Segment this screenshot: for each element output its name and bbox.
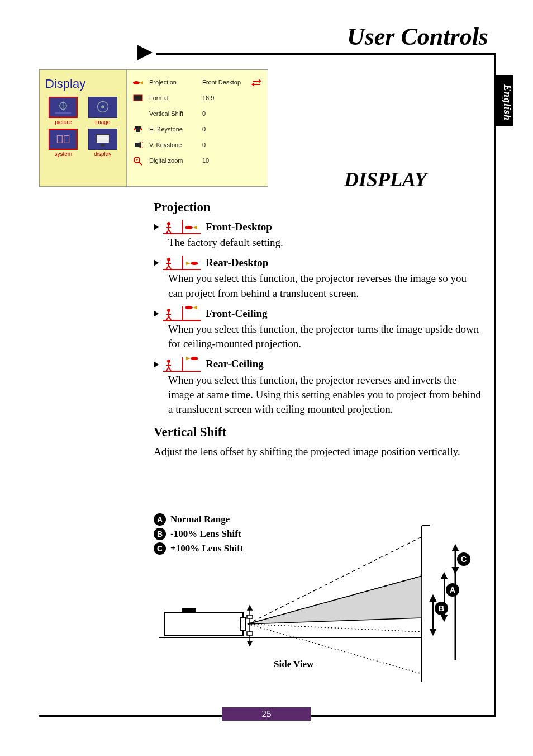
mode-label: Front-Desktop	[206, 220, 272, 234]
svg-point-33	[185, 306, 193, 309]
svg-line-52	[248, 624, 422, 632]
front-ceiling-icon	[163, 306, 201, 321]
bullet-icon	[154, 361, 159, 368]
bullet-icon	[154, 259, 159, 266]
osd-row-vkeystone[interactable]: V. Keystone 0	[132, 137, 262, 153]
bullet-icon	[154, 310, 159, 317]
lens-shift-diagram: C A B	[154, 514, 478, 693]
osd-label: V. Keystone	[149, 141, 197, 148]
svg-line-20	[169, 230, 171, 233]
osd-label: H. Keystone	[149, 126, 197, 133]
svg-rect-43	[182, 608, 196, 612]
mode-label: Front-Ceiling	[206, 306, 267, 321]
vkeystone-icon	[132, 140, 144, 150]
svg-point-5	[101, 105, 104, 108]
osd-value: 0	[202, 141, 262, 148]
osd-value: 0	[202, 110, 262, 117]
osd-value: 10	[202, 157, 262, 164]
osd-label: Digital zoom	[149, 157, 197, 164]
rear-desktop-icon	[163, 256, 201, 270]
osd-row-vshift[interactable]: Vertical Shift 0	[132, 106, 262, 121]
diagram-marker-a: A	[450, 585, 455, 594]
mode-label: Rear-Desktop	[206, 256, 268, 270]
projection-icon	[132, 77, 144, 87]
osd-panel: Display picture image system display Pro…	[39, 69, 268, 187]
header-rule	[156, 53, 496, 55]
svg-rect-9	[101, 144, 105, 147]
header-arrow-icon	[137, 45, 153, 60]
svg-point-34	[167, 360, 170, 363]
svg-rect-11	[134, 95, 142, 101]
front-desktop-icon	[163, 220, 201, 234]
mode-front-ceiling: Front-Ceiling	[154, 306, 483, 321]
svg-line-13	[139, 162, 142, 165]
page-number: 25	[222, 707, 311, 721]
page-border-right	[494, 53, 496, 717]
mode-desc: When you select this function, the proje…	[168, 322, 483, 351]
svg-point-39	[191, 357, 198, 360]
osd-nav-label: picture	[55, 119, 72, 125]
osd-nav-label: system	[54, 151, 72, 157]
zoom-icon	[132, 155, 144, 166]
mode-rear-desktop: Rear-Desktop	[154, 256, 483, 270]
svg-rect-8	[96, 134, 109, 143]
svg-rect-6	[58, 136, 63, 143]
osd-nav-display[interactable]: display	[85, 129, 121, 157]
svg-point-28	[167, 309, 170, 312]
svg-rect-7	[64, 136, 69, 143]
osd-nav-label: image	[95, 119, 110, 125]
svg-line-38	[169, 367, 171, 371]
bullet-icon	[154, 224, 159, 230]
rear-ceiling-icon	[163, 357, 201, 372]
osd-row-projection[interactable]: Projection Front Desktop	[132, 74, 262, 90]
mode-desc: When you select this function, the proje…	[168, 271, 483, 300]
osd-nav: Display picture image system display	[40, 70, 126, 186]
svg-point-16	[167, 222, 170, 225]
osd-settings-list: Projection Front Desktop Format 16:9 Ver…	[126, 70, 268, 186]
vshift-heading: Vertical Shift	[154, 423, 483, 441]
osd-row-hkeystone[interactable]: H. Keystone 0	[132, 121, 262, 137]
mode-desc: The factory default setting.	[168, 235, 483, 250]
osd-label: Vertical Shift	[149, 110, 197, 117]
format-icon	[132, 93, 144, 103]
svg-line-32	[169, 316, 171, 320]
mode-desc: When you select this function, the proje…	[168, 373, 483, 417]
svg-rect-42	[240, 618, 246, 630]
page-title: User Controls	[347, 22, 488, 51]
mode-label: Rear-Ceiling	[206, 357, 264, 371]
svg-rect-3	[55, 112, 72, 114]
svg-point-27	[191, 262, 198, 265]
vshift-desc: Adjust the lens offset by shifting the p…	[154, 445, 483, 459]
svg-point-21	[185, 226, 193, 229]
osd-nav-picture[interactable]: picture	[45, 97, 82, 125]
osd-row-zoom[interactable]: Digital zoom 10	[132, 153, 262, 168]
osd-row-format[interactable]: Format 16:9	[132, 90, 262, 106]
body-content: Projection Front-Desktop The factory def…	[154, 199, 483, 459]
diagram-marker-c: C	[461, 555, 467, 564]
vshift-icon	[132, 108, 144, 119]
osd-nav-system[interactable]: system	[45, 129, 82, 157]
diagram-label: Side View	[274, 659, 313, 670]
svg-rect-46	[247, 632, 253, 635]
svg-point-10	[133, 81, 140, 84]
projection-heading: Projection	[154, 199, 483, 216]
section-title: DISPLAY	[344, 168, 427, 191]
svg-point-22	[167, 258, 170, 261]
osd-nav-label: display	[94, 151, 111, 157]
swap-icon	[251, 77, 262, 87]
osd-title: Display	[43, 73, 123, 97]
svg-line-26	[169, 266, 171, 269]
osd-value: 0	[202, 126, 262, 133]
osd-value: Front Desktop	[202, 79, 245, 86]
mode-front-desktop: Front-Desktop	[154, 220, 483, 234]
osd-label: Format	[149, 94, 197, 101]
osd-nav-image[interactable]: image	[85, 97, 121, 125]
diagram-marker-b: B	[439, 604, 444, 613]
hkeystone-icon	[132, 124, 144, 134]
language-tab: English	[494, 75, 513, 126]
mode-rear-ceiling: Rear-Ceiling	[154, 357, 483, 371]
osd-label: Projection	[149, 79, 197, 86]
svg-rect-45	[247, 615, 253, 618]
osd-value: 16:9	[202, 94, 262, 101]
svg-rect-41	[165, 612, 243, 636]
